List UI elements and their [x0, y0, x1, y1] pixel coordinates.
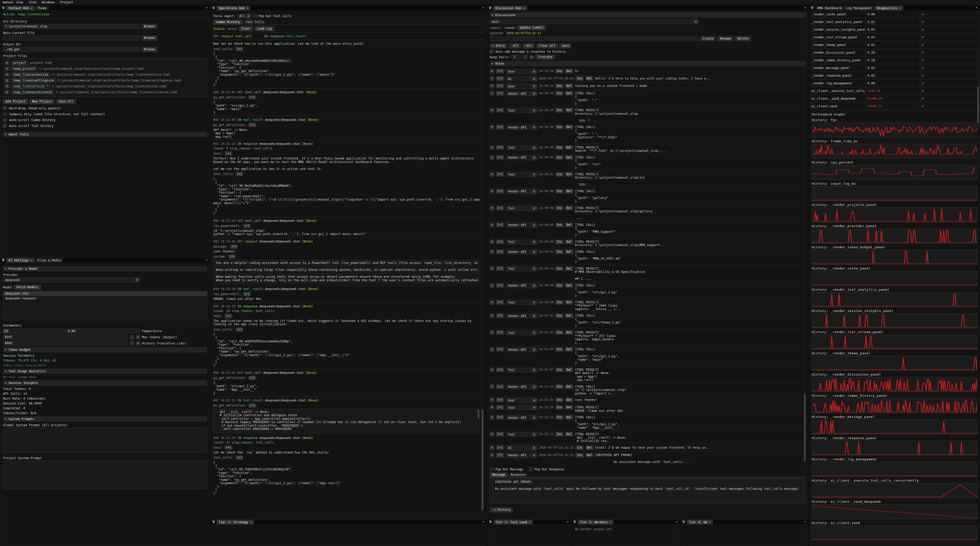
add-project-button[interactable]: Add Project: [3, 99, 28, 104]
delete-button[interactable]: Del: [565, 125, 573, 129]
tab-tier2[interactable]: Tier 2: Tech Lead×: [493, 520, 533, 525]
role-combo[interactable]: User▼: [506, 398, 537, 403]
add-entry-button[interactable]: +: [490, 91, 494, 96]
expand-button[interactable]: [+]: [496, 445, 504, 450]
delete-button[interactable]: Del: [565, 267, 573, 271]
scrollbar-grab[interactable]: [977, 87, 979, 123]
project-chip[interactable]: temp_livetoolssim *: [11, 84, 50, 89]
delete-button[interactable]: Del: [585, 77, 593, 81]
history-truncation-input[interactable]: 8000: [3, 341, 128, 346]
window-menu-icon[interactable]: [572, 519, 578, 525]
save-button[interactable]: Save: [559, 43, 571, 48]
insert-button[interactable]: Ins: [555, 69, 563, 73]
tool-usage-header[interactable]: ▼Tool Usage Analytics: [3, 369, 207, 374]
project-chip[interactable]: temp_liveaisettingssim: [11, 78, 56, 83]
role-combo[interactable]: Tool▼: [506, 432, 537, 437]
tab-discussion-hub[interactable]: Discussion Hub×: [493, 6, 527, 11]
add-entry-button[interactable]: +: [490, 108, 494, 112]
tab-tool-calls[interactable]: Tool Calls: [243, 20, 266, 24]
expand-button[interactable]: [+]: [496, 69, 504, 73]
discussion-entries-list[interactable]: +[+]User▼14:29:59InsDelhi+[+]AI▼2026-03-…: [490, 68, 806, 465]
role-combo[interactable]: Tool▼: [506, 108, 537, 113]
insert-button[interactable]: Ins: [555, 283, 563, 288]
expand-button[interactable]: [+]: [496, 77, 504, 81]
-all-button[interactable]: -All: [509, 43, 521, 48]
expand-button[interactable]: [+]: [496, 189, 504, 193]
autoadd-checkbox[interactable]: [490, 49, 493, 53]
checkbox[interactable]: [3, 106, 7, 110]
remove-file-button[interactable]: x: [5, 61, 9, 65]
window-close-icon[interactable]: ×: [802, 5, 808, 11]
add-entry-button[interactable]: +: [490, 84, 494, 88]
insert-button[interactable]: Ins: [555, 313, 563, 318]
model-item[interactable]: deepseek-reasoner: [3, 296, 207, 301]
role-combo[interactable]: Tool▼: [506, 145, 537, 150]
expand-button[interactable]: [+]: [235, 47, 243, 51]
close-icon[interactable]: ×: [30, 259, 32, 262]
scrollbar-grab[interactable]: [477, 410, 479, 419]
add-entry-button[interactable]: +: [490, 368, 494, 372]
delete-button[interactable]: Del: [565, 223, 573, 227]
path-input[interactable]: ./md_gen: [3, 47, 140, 52]
expand-button[interactable]: [+]: [496, 432, 504, 436]
expand-button[interactable]: [+]: [496, 300, 504, 305]
pop-out-response-checkbox[interactable]: [529, 467, 533, 471]
delete-button[interactable]: Delete: [735, 36, 751, 41]
expand-button[interactable]: [+]: [496, 368, 504, 372]
insert-button[interactable]: Ins: [555, 398, 563, 402]
role-combo[interactable]: Vendor API▼: [506, 125, 537, 130]
role-combo[interactable]: Tool▼: [506, 300, 537, 305]
role-combo[interactable]: Tool▼: [506, 405, 537, 410]
add-entry-button[interactable]: +: [490, 125, 494, 129]
-all-button[interactable]: +All: [523, 43, 535, 48]
expand-button[interactable]: [+]: [496, 453, 504, 457]
insert-button[interactable]: Ins: [555, 405, 563, 410]
expand-button[interactable]: [+]: [496, 385, 504, 389]
delete-button[interactable]: Del: [565, 347, 573, 351]
temperature-slider[interactable]: 0.00: [3, 329, 140, 334]
expand-button[interactable]: [+]: [496, 415, 504, 420]
role-combo[interactable]: Tool▼: [506, 172, 537, 177]
expand-button[interactable]: [+]: [496, 405, 504, 410]
window-menu-icon[interactable]: [487, 5, 493, 11]
scrollbar[interactable]: [481, 42, 484, 519]
close-icon[interactable]: ×: [250, 520, 252, 524]
window-close-icon[interactable]: ×: [480, 5, 486, 11]
timing-checkbox[interactable]: [922, 58, 922, 62]
add-entry-button[interactable]: +: [490, 415, 494, 420]
focus-agent-combo[interactable]: All ▼: [237, 14, 251, 18]
load-log-button[interactable]: Load Log: [255, 26, 274, 31]
window-close-icon[interactable]: ×: [802, 519, 808, 525]
remove-file-button[interactable]: x: [5, 73, 9, 77]
window-menu-icon[interactable]: [211, 5, 216, 11]
expand-button[interactable]: [+]: [496, 330, 504, 335]
insert-button[interactable]: Ins: [555, 300, 563, 305]
increment-button[interactable]: +: [136, 335, 140, 339]
truncate-button[interactable]: Truncate: [535, 55, 555, 59]
close-icon[interactable]: ×: [899, 6, 901, 10]
tab-tier3[interactable]: Tier 3: Workers×: [578, 520, 614, 525]
project-chip[interactable]: project: [11, 61, 28, 65]
insert-button[interactable]: Ins: [555, 330, 563, 335]
close-icon[interactable]: ×: [30, 6, 32, 10]
remove-file-button[interactable]: x: [5, 90, 9, 94]
expand-button[interactable]: [+]: [228, 254, 236, 259]
expand-button[interactable]: [+]: [243, 224, 251, 228]
menu-item-manual-slop[interactable]: manual slop: [0, 0, 26, 5]
timing-checkbox[interactable]: [922, 89, 922, 93]
timing-checkbox[interactable]: [922, 97, 922, 101]
expand-button[interactable]: [+]: [496, 250, 504, 254]
add-entry-button[interactable]: +: [490, 398, 494, 402]
token-budget-header[interactable]: ▼Token Budget: [3, 347, 207, 352]
clear-all-button[interactable]: Clear All: [536, 43, 558, 48]
discussions-header[interactable]: ▼Discussions: [490, 13, 806, 18]
path-input[interactable]: [3, 35, 140, 40]
expand-button[interactable]: [+]: [248, 123, 256, 127]
scrollbar-grab[interactable]: [482, 410, 484, 510]
close-icon[interactable]: ×: [246, 6, 248, 10]
add-entry-button[interactable]: +: [490, 300, 494, 305]
insert-button[interactable]: Ins: [555, 223, 563, 227]
roles-header[interactable]: ▶Roles: [490, 61, 806, 66]
window-close-icon[interactable]: ×: [204, 5, 210, 11]
rename-button[interactable]: Rename: [718, 36, 733, 41]
